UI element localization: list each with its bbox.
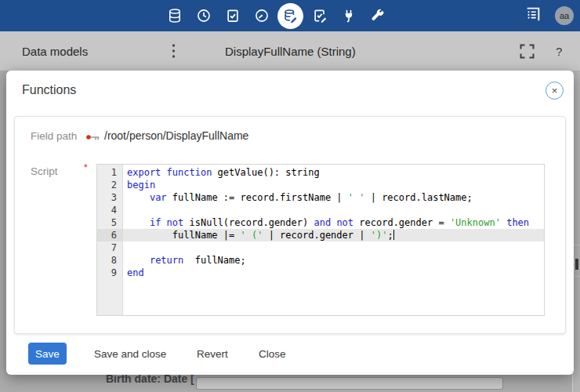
topbar-active-item[interactable] <box>276 0 305 31</box>
close-icon[interactable]: × <box>546 82 564 100</box>
gauge-icon[interactable] <box>247 0 276 31</box>
editor-line-3[interactable]: 3 var fullName := record.firstName | ' '… <box>97 191 544 204</box>
line-number: 8 <box>97 254 123 267</box>
line-number: 7 <box>97 241 123 254</box>
fullscreen-icon[interactable] <box>520 44 535 59</box>
script-code-editor[interactable]: 1export function getValue(): string2begi… <box>96 164 545 316</box>
editor-line-5[interactable]: 5 if not isNull(record.gender) and not r… <box>97 216 544 229</box>
line-code <box>123 204 544 216</box>
plug-icon[interactable] <box>334 0 363 31</box>
kebab-menu-icon[interactable] <box>166 42 180 60</box>
page-toolbar: Data models DisplayFullName (String) ? <box>0 31 580 71</box>
user-avatar[interactable]: aa <box>555 6 574 25</box>
editor-line-1[interactable]: 1export function getValue(): string <box>97 166 544 179</box>
line-code: fullName |= ' (' | record.gender | ')'; <box>123 229 544 241</box>
script-editor-lines: 1export function getValue(): string2begi… <box>97 166 544 279</box>
line-code: if not isNull(record.gender) and not rec… <box>123 216 544 229</box>
required-asterisk: * <box>84 162 88 173</box>
database-edit-icon <box>283 9 298 24</box>
task-edit-icon[interactable] <box>305 0 334 31</box>
editor-line-9[interactable]: 9end <box>97 267 544 279</box>
editor-line-8[interactable]: 8 return fullName; <box>97 254 544 267</box>
scrollbar-thumb <box>575 259 578 270</box>
text-caret <box>393 230 394 240</box>
line-number: 3 <box>97 191 123 204</box>
line-code: end <box>123 267 544 279</box>
line-code: export function getValue(): string <box>123 166 544 179</box>
wrench-glyph <box>370 8 386 24</box>
topbar-right-group: aa <box>524 0 574 31</box>
clock-icon[interactable] <box>189 0 218 31</box>
wrench-icon[interactable] <box>363 0 392 31</box>
database-icon[interactable] <box>160 0 189 31</box>
close-button[interactable]: Close <box>259 343 286 365</box>
editor-line-7[interactable]: 7 <box>97 241 544 254</box>
editor-line-6[interactable]: 6 fullName |= ' (' | record.gender | ')'… <box>97 229 544 241</box>
script-label: Script <box>31 165 58 177</box>
page-title: DisplayFullName (String) <box>225 31 356 71</box>
log-list-icon[interactable] <box>524 5 542 26</box>
save-and-close-button[interactable]: Save and close <box>94 343 166 365</box>
key-icon <box>85 132 101 146</box>
help-button[interactable]: ? <box>556 31 562 71</box>
line-code: return fullName; <box>123 254 544 267</box>
revert-button[interactable]: Revert <box>197 343 228 365</box>
dialog-content-card: Field path /root/person/DisplayFullName … <box>14 116 566 334</box>
line-code <box>123 241 544 254</box>
line-number: 6 <box>97 229 123 241</box>
save-button[interactable]: Save <box>28 343 67 365</box>
line-number: 1 <box>97 166 123 179</box>
editor-line-4[interactable]: 4 <box>97 204 544 216</box>
line-number: 2 <box>97 179 123 191</box>
field-path-row: Field path /root/person/DisplayFullName <box>15 129 565 145</box>
editor-line-2[interactable]: 2begin <box>97 179 544 191</box>
topbar-icon-group <box>160 0 392 31</box>
app-screen: aa Data models DisplayFullName (String) … <box>0 0 580 392</box>
line-number: 5 <box>97 216 123 229</box>
line-code: begin <box>123 179 544 191</box>
field-path-value: /root/person/DisplayFullName <box>104 129 248 142</box>
line-number: 4 <box>97 204 123 216</box>
line-code: var fullName := record.firstName | ' ' |… <box>123 191 544 204</box>
active-icon-bubble <box>277 3 303 29</box>
dialog-title: Functions <box>22 71 76 110</box>
breadcrumb[interactable]: Data models <box>22 31 88 71</box>
functions-dialog: Functions × Field path /root/person/Disp… <box>6 71 574 375</box>
task-check-icon[interactable] <box>218 0 247 31</box>
top-navigation-bar: aa <box>0 0 580 31</box>
line-number: 9 <box>97 267 123 279</box>
background-input-field <box>196 377 503 390</box>
field-path-label: Field path <box>31 130 77 142</box>
